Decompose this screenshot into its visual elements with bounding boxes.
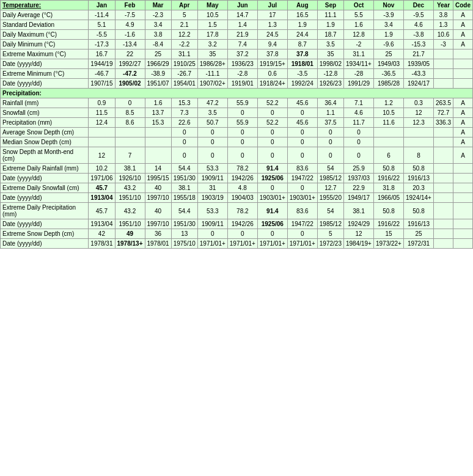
cell-value: 1971/01+ [197, 239, 227, 249]
cell-value: 17.8 [197, 30, 227, 40]
cell-value: 1.3 [433, 20, 453, 30]
cell-value: 53.3 [197, 203, 227, 219]
cell-value: 0 [317, 147, 343, 164]
cell-value: 1973/22+ [373, 239, 403, 249]
cell-value: 55.9 [227, 118, 257, 128]
cell-value: 1.9 [287, 20, 317, 30]
table-row: Extreme Daily Snowfall (cm)45.743.24038.… [1, 183, 473, 193]
row-label: Extreme Daily Precipitation (mm) [1, 203, 89, 219]
cell-value: 1954/01 [171, 79, 197, 89]
cell-value: 18.7 [317, 30, 343, 40]
cell-value: 15 [373, 229, 403, 239]
cell-value: 5.5 [343, 10, 373, 20]
cell-value [453, 69, 473, 79]
cell-value: 83.6 [287, 164, 317, 174]
table-row: Daily Average (°C)-11.4-7.5-2.3510.514.7… [1, 10, 473, 20]
col-header-year: Year [433, 1, 453, 10]
cell-value: 0 [317, 137, 343, 147]
cell-value: 53.3 [197, 164, 227, 174]
table-row: Daily Minimum (°C)-17.3-13.4-8.4-2.23.27… [1, 40, 473, 49]
cell-value: 1.6 [145, 98, 171, 108]
cell-value [433, 49, 453, 59]
cell-value: 91.4 [257, 203, 287, 219]
cell-value: 1904/03 [227, 193, 257, 203]
cell-value: -13.4 [115, 40, 145, 49]
cell-value: 1944/19 [89, 59, 115, 69]
table-row: Daily Maximum (°C)-5.5-1.63.812.217.821.… [1, 30, 473, 40]
cell-value: 1.3 [257, 20, 287, 30]
cell-value: 1972/23 [317, 239, 343, 249]
cell-value: -7.5 [115, 10, 145, 20]
cell-value: 1975/10 [171, 239, 197, 249]
cell-value: 78.2 [227, 164, 257, 174]
cell-value: 3.4 [373, 20, 403, 30]
table-row: Extreme Daily Rainfall (mm)10.238.11454.… [1, 164, 473, 174]
cell-value: -9.5 [403, 10, 433, 20]
cell-value: 5 [317, 229, 343, 239]
row-label: Extreme Minimum (°C) [1, 69, 89, 79]
table-row: Date (yyyy/dd)1978/311978/13+1978/011975… [1, 239, 473, 249]
cell-value: 10.5 [373, 108, 403, 118]
cell-value: 8.6 [115, 118, 145, 128]
col-header-code: Code [453, 1, 473, 10]
table-row: Snowfall (cm)11.58.513.77.33.50001.14.61… [1, 108, 473, 118]
precipitation-header: Precipitation: [1, 89, 473, 98]
cell-value: 1955/20 [317, 193, 343, 203]
cell-value [373, 137, 403, 147]
table-row: Average Snow Depth (cm)0000000A [1, 128, 473, 137]
cell-value: 1955/18 [171, 193, 197, 203]
cell-value: 12.7 [317, 183, 343, 193]
table-row: Rainfall (mm)0.901.615.347.255.952.245.6… [1, 98, 473, 108]
cell-value [433, 69, 453, 79]
cell-value: 12.4 [89, 118, 115, 128]
cell-value: A [453, 137, 473, 147]
cell-value: 24.5 [257, 30, 287, 40]
cell-value: 45.6 [287, 98, 317, 108]
row-label: Rainfall (mm) [1, 98, 89, 108]
cell-value: -43.3 [403, 69, 433, 79]
cell-value: -3.8 [403, 30, 433, 40]
cell-value: 1903/01+ [257, 193, 287, 203]
cell-value: 1971/01+ [257, 239, 287, 249]
cell-value: 0 [171, 137, 197, 147]
cell-value: 1992/24 [287, 79, 317, 89]
cell-value: 1909/11 [197, 219, 227, 229]
cell-value: -46.7 [89, 69, 115, 79]
row-label: Extreme Maximum (°C) [1, 49, 89, 59]
cell-value: A [453, 30, 473, 40]
cell-value: 45.7 [89, 183, 115, 193]
table-row: Date (yyyy/dd)1907/151905/021951/071954/… [1, 79, 473, 89]
cell-value: 9.4 [257, 40, 287, 49]
cell-value: 1924/17 [403, 79, 433, 89]
table-row: Date (yyyy/dd)1913/041951/101997/101955/… [1, 193, 473, 203]
cell-value: 1942/26 [227, 219, 257, 229]
cell-value: 1978/31 [89, 239, 115, 249]
cell-value: 40 [145, 183, 171, 193]
cell-value: 5 [171, 10, 197, 20]
cell-value: 1972/31 [403, 239, 433, 249]
cell-value [433, 229, 453, 239]
cell-value: 1984/19+ [343, 239, 373, 249]
cell-value [453, 183, 473, 193]
cell-value: 37.5 [317, 118, 343, 128]
cell-value: 7.4 [227, 40, 257, 49]
cell-value: 15.3 [171, 98, 197, 108]
cell-value: 336.3 [433, 118, 453, 128]
cell-value: 1.6 [343, 20, 373, 30]
cell-value: 1913/04 [89, 193, 115, 203]
cell-value: 54 [317, 203, 343, 219]
cell-value: 1.2 [373, 98, 403, 108]
cell-value: 16.7 [89, 49, 115, 59]
cell-value: 0 [197, 229, 227, 239]
cell-value: 0 [227, 108, 257, 118]
cell-value: 22 [115, 49, 145, 59]
cell-value [145, 137, 171, 147]
cell-value: -2.3 [145, 10, 171, 20]
cell-value: -36.5 [373, 69, 403, 79]
cell-value: 52.2 [257, 98, 287, 108]
cell-value: 1918/01 [287, 59, 317, 69]
cell-value: 25 [145, 49, 171, 59]
cell-value: 1997/10 [145, 193, 171, 203]
cell-value: 3.8 [433, 10, 453, 20]
cell-value: 1916/22 [373, 174, 403, 183]
